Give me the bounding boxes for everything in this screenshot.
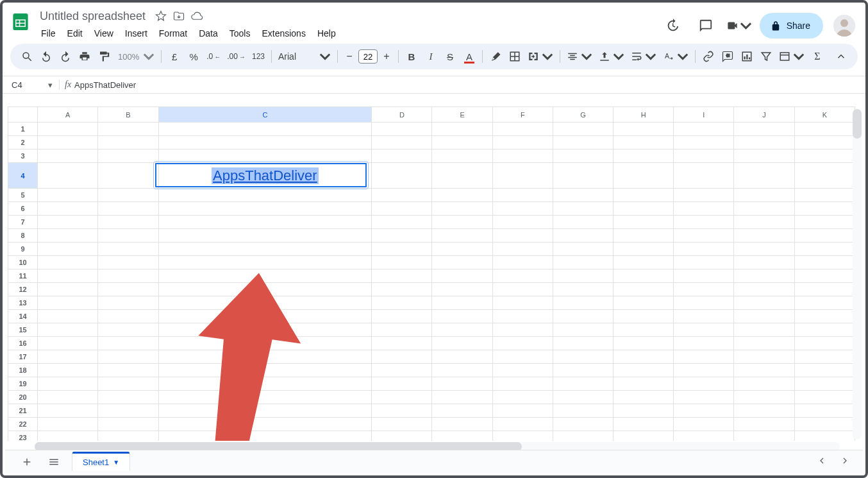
sheets-logo[interactable]: [8, 9, 33, 35]
cell-A2[interactable]: [38, 136, 98, 149]
cell-I14[interactable]: [674, 310, 734, 323]
cell-D11[interactable]: [372, 269, 432, 283]
cell-K4[interactable]: [794, 163, 855, 189]
cell-J13[interactable]: [734, 296, 794, 310]
cell-F20[interactable]: [492, 391, 553, 404]
cell-C20[interactable]: [158, 391, 372, 404]
cell-C10[interactable]: [158, 256, 372, 269]
cell-D12[interactable]: [372, 283, 432, 296]
menu-edit[interactable]: Edit: [62, 26, 88, 41]
cell-I15[interactable]: [674, 323, 734, 337]
cell-C7[interactable]: [158, 216, 372, 229]
cell-H6[interactable]: [613, 202, 674, 216]
cell-A16[interactable]: [38, 337, 98, 350]
menu-insert[interactable]: Insert: [120, 26, 153, 41]
cell-J16[interactable]: [734, 337, 794, 350]
column-header-I[interactable]: I: [674, 107, 734, 123]
menu-file[interactable]: File: [36, 26, 61, 41]
cell-E18[interactable]: [432, 364, 492, 377]
cell-J7[interactable]: [734, 216, 794, 229]
cell-H11[interactable]: [613, 269, 674, 283]
cell-A7[interactable]: [38, 216, 98, 229]
row-header-2[interactable]: 2: [8, 136, 38, 149]
row-header-4[interactable]: 4: [8, 163, 38, 189]
cell-D2[interactable]: [372, 136, 432, 149]
collapse-toolbar-icon[interactable]: [832, 47, 850, 65]
cell-J5[interactable]: [734, 189, 794, 202]
cell-G5[interactable]: [553, 189, 613, 202]
cell-G20[interactable]: [553, 391, 613, 404]
cell-E13[interactable]: [432, 296, 492, 310]
cell-F23[interactable]: [492, 431, 553, 441]
cell-H13[interactable]: [613, 296, 674, 310]
cell-C2[interactable]: [158, 136, 372, 149]
meet-icon[interactable]: [726, 13, 752, 38]
cell-G21[interactable]: [553, 404, 613, 418]
cell-E14[interactable]: [432, 310, 492, 323]
cell-G4[interactable]: [553, 163, 613, 189]
row-header-21[interactable]: 21: [8, 404, 38, 418]
cell-K12[interactable]: [794, 283, 855, 296]
cell-H15[interactable]: [613, 323, 674, 337]
row-header-6[interactable]: 6: [8, 202, 38, 216]
cell-C4-content[interactable]: AppsThatDeliver: [212, 167, 319, 184]
zoom-dropdown[interactable]: 100%: [114, 47, 157, 65]
cell-J20[interactable]: [734, 391, 794, 404]
insert-comment-icon[interactable]: [719, 47, 737, 65]
cell-B10[interactable]: [98, 256, 158, 269]
horizontal-align-icon[interactable]: [564, 47, 595, 65]
cell-A3[interactable]: [38, 149, 98, 163]
increase-decimal-icon[interactable]: .00→: [224, 47, 248, 65]
cell-D4[interactable]: [372, 163, 432, 189]
cell-E7[interactable]: [432, 216, 492, 229]
cell-C11[interactable]: [158, 269, 372, 283]
cell-D15[interactable]: [372, 323, 432, 337]
cell-F19[interactable]: [492, 377, 553, 391]
cell-B1[interactable]: [98, 123, 158, 136]
column-header-K[interactable]: K: [794, 107, 855, 123]
star-icon[interactable]: [154, 10, 167, 22]
cell-D10[interactable]: [372, 256, 432, 269]
cell-B6[interactable]: [98, 202, 158, 216]
cell-A18[interactable]: [38, 364, 98, 377]
cell-E15[interactable]: [432, 323, 492, 337]
cell-K18[interactable]: [794, 364, 855, 377]
cell-K11[interactable]: [794, 269, 855, 283]
cell-E8[interactable]: [432, 229, 492, 243]
cell-F15[interactable]: [492, 323, 553, 337]
cell-B14[interactable]: [98, 310, 158, 323]
paint-format-icon[interactable]: [95, 47, 113, 65]
cell-C14[interactable]: [158, 310, 372, 323]
cell-B15[interactable]: [98, 323, 158, 337]
cell-F8[interactable]: [492, 229, 553, 243]
cell-A4[interactable]: [38, 163, 98, 189]
cell-I11[interactable]: [674, 269, 734, 283]
text-rotation-icon[interactable]: A: [660, 47, 691, 65]
menu-extensions[interactable]: Extensions: [256, 26, 310, 41]
row-header-18[interactable]: 18: [8, 364, 38, 377]
row-header-23[interactable]: 23: [8, 431, 38, 441]
increase-font-size-button[interactable]: +: [379, 49, 394, 64]
cell-K1[interactable]: [794, 123, 855, 136]
cell-G8[interactable]: [553, 229, 613, 243]
cell-D19[interactable]: [372, 377, 432, 391]
scroll-tabs-right-icon[interactable]: [840, 456, 850, 468]
cell-C13[interactable]: [158, 296, 372, 310]
cell-B13[interactable]: [98, 296, 158, 310]
menu-data[interactable]: Data: [194, 26, 223, 41]
menu-view[interactable]: View: [89, 26, 119, 41]
cell-J23[interactable]: [734, 431, 794, 441]
cell-G7[interactable]: [553, 216, 613, 229]
cell-B2[interactable]: [98, 136, 158, 149]
cell-G9[interactable]: [553, 243, 613, 256]
cell-D21[interactable]: [372, 404, 432, 418]
cell-H22[interactable]: [613, 418, 674, 431]
cell-E6[interactable]: [432, 202, 492, 216]
undo-icon[interactable]: [37, 47, 55, 65]
cell-H8[interactable]: [613, 229, 674, 243]
cell-I10[interactable]: [674, 256, 734, 269]
functions-icon[interactable]: Σ: [808, 47, 826, 65]
cell-J21[interactable]: [734, 404, 794, 418]
cell-G15[interactable]: [553, 323, 613, 337]
cell-H20[interactable]: [613, 391, 674, 404]
